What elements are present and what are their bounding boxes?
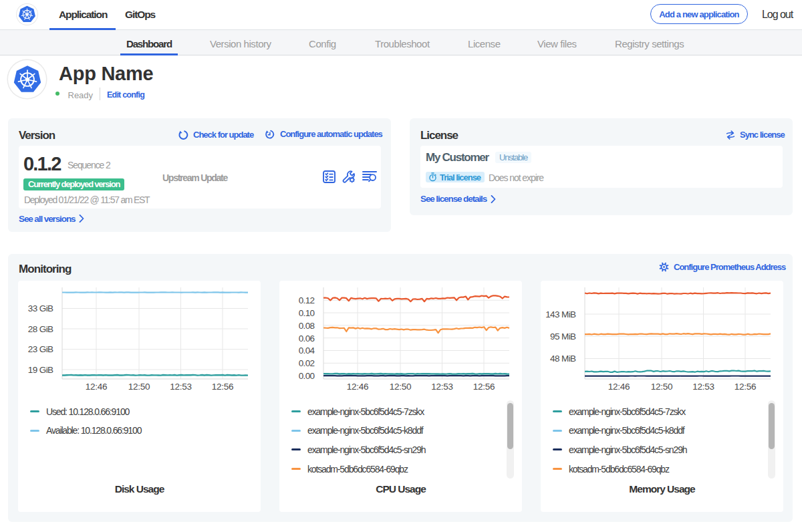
svg-text:12:56: 12:56 (734, 382, 756, 392)
svg-text:12:53: 12:53 (431, 382, 452, 392)
svg-text:12:53: 12:53 (170, 382, 191, 392)
svg-text:143 MiB: 143 MiB (545, 309, 576, 319)
svg-text:12:53: 12:53 (692, 382, 714, 392)
svg-text:0.04: 0.04 (299, 346, 315, 356)
svg-text:28 GiB: 28 GiB (28, 324, 53, 334)
svg-text:95 MiB: 95 MiB (550, 331, 576, 342)
svg-text:0.10: 0.10 (299, 308, 315, 318)
svg-text:12:56: 12:56 (212, 382, 233, 392)
svg-text:12:46: 12:46 (347, 382, 368, 392)
svg-text:0.12: 0.12 (299, 295, 315, 305)
svg-text:0.08: 0.08 (299, 321, 315, 331)
svg-text:12:50: 12:50 (390, 382, 411, 392)
svg-text:12:50: 12:50 (128, 382, 150, 392)
svg-text:0.06: 0.06 (299, 334, 315, 344)
svg-text:0.02: 0.02 (299, 358, 315, 368)
svg-text:23 GiB: 23 GiB (28, 344, 53, 354)
svg-text:12:46: 12:46 (608, 382, 630, 392)
svg-text:12:50: 12:50 (651, 382, 672, 392)
svg-text:12:46: 12:46 (86, 382, 107, 392)
svg-text:33 GiB: 33 GiB (28, 303, 53, 313)
svg-text:0.00: 0.00 (299, 371, 315, 381)
svg-text:48 MiB: 48 MiB (550, 354, 576, 364)
svg-text:19 GiB: 19 GiB (28, 365, 53, 375)
svg-text:12:56: 12:56 (473, 382, 495, 392)
